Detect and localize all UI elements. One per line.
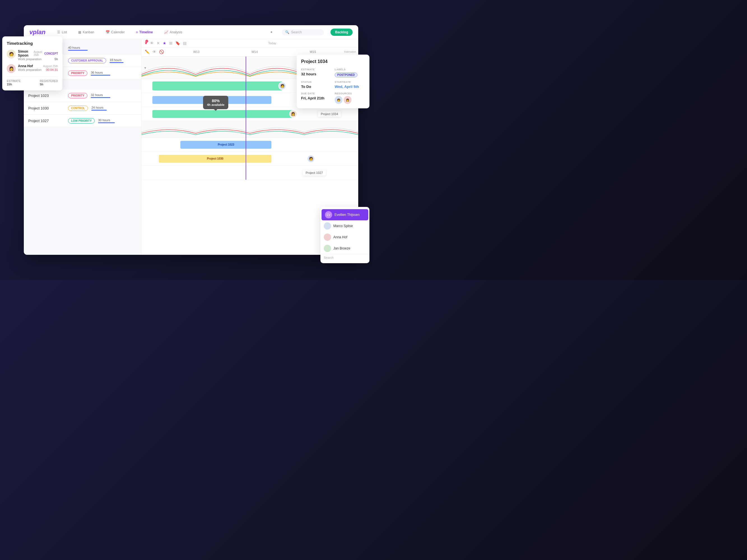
heart-icon: ♥3 — [145, 41, 147, 45]
resource-search-area: Search — [320, 254, 369, 261]
tag-customer-approval: CUSTOMER APPROVAL — [68, 58, 106, 63]
avatar-anna: 👩 — [7, 64, 16, 73]
popup-duedate-section: DUE DATE Fri, April 21th — [301, 92, 331, 104]
resource-item-evellien[interactable]: EV Evellien Thijssen — [321, 209, 368, 220]
timetracking-title: Timetracking — [7, 41, 58, 46]
popup-estimate-label: ESTIMATE — [301, 68, 331, 71]
project-row-1027[interactable]: Project 1027 LOW PRIORITY 30 hours — [24, 115, 141, 127]
avatar-marco — [324, 222, 331, 230]
avatar-anna-res — [324, 234, 331, 241]
tt-hours-simon: 5h — [55, 57, 58, 61]
resource-item-jan[interactable]: Jan Broeze — [320, 243, 369, 254]
tt-person-anna: 👩 Anna Hof August 25th Work preparation … — [7, 64, 58, 73]
hours-1023: 32 hours — [91, 93, 113, 98]
gantt-row-1030: Project 1030 🧑 — [141, 152, 358, 166]
hours-1027: 30 hours — [98, 118, 121, 123]
resource-item-marco[interactable]: Marco Spitse — [320, 220, 369, 232]
collapse-estimation-btn[interactable]: ▾ — [144, 65, 146, 70]
popup-project-title: Project 1034 — [301, 59, 365, 64]
popup-estimate-value: 32 hours — [301, 72, 331, 76]
nav-list[interactable]: ☰ List — [55, 29, 69, 35]
tooltip-percent: 80% — [207, 99, 224, 103]
nav-analysis[interactable]: 📈 Analysis — [162, 29, 185, 35]
layers-icon: ▤ — [183, 41, 186, 45]
gantt-bar-1030: Project 1030 — [159, 155, 272, 163]
week-w13: W13 — [167, 49, 226, 55]
resource-name-anna: Anna Hof — [333, 235, 347, 239]
nav-calender[interactable]: 📅 Calender — [103, 29, 127, 35]
tt-tag-concept: CONCEPT — [44, 52, 58, 55]
tt-date-anna: August 25th — [43, 65, 58, 68]
hours-bar-1029 — [109, 62, 124, 63]
timeline-secondary-header: ♥3 👁 ✕ ★ ⊞ 🔖 ▤ Today — [141, 39, 358, 47]
popup-postponed-tag: POSTPONED — [335, 73, 357, 77]
popup-resources-label: RESOURCES — [335, 92, 365, 95]
project-name-1027: Project 1027 — [28, 119, 65, 123]
resource-avatar-1: 🧑 — [335, 96, 342, 104]
hours-1036: 36 hours — [91, 71, 113, 76]
header-icons-group: ♥3 👁 ✕ ★ ⊞ 🔖 ▤ — [145, 41, 186, 45]
tag-priority-1036: PRIORITY — [68, 71, 87, 76]
resource-item-anna[interactable]: Anna Hof — [320, 232, 369, 243]
nav-kanban[interactable]: ▦ Kanban — [76, 29, 96, 35]
gantt-row-1027: Project 1027 — [141, 166, 358, 180]
resource-search-placeholder: Search — [324, 256, 334, 259]
project-row-1030[interactable]: Project 1030 CONTROL 24 hours — [24, 102, 141, 114]
popup-labels-label: LABELS — [335, 68, 365, 71]
view-icon[interactable]: 👁 — [152, 50, 156, 54]
edit-icon[interactable]: ✏️ — [145, 50, 150, 54]
hours-text-1036: 36 hours — [91, 71, 113, 74]
popup-status-label: STATUS — [301, 81, 331, 83]
nav-timeline[interactable]: ≡ Timeline — [134, 29, 155, 35]
popup-duedate-label: DUE DATE — [301, 92, 331, 95]
avatar-gantt-1030: 🧑 — [307, 155, 315, 163]
project-1034-gantt-label: Project 1034 — [318, 111, 341, 117]
list-icon: ☰ — [57, 30, 60, 34]
timeline-icon: ≡ — [136, 30, 138, 34]
popup-startdate-section: STARTDATE Wed, April 5th — [335, 81, 365, 89]
gantt-tooltip: 80% 4h available — [203, 96, 228, 109]
hours-text-1029: 18 hours — [109, 58, 132, 61]
hide-icon[interactable]: 🚫 — [159, 50, 164, 54]
project-row-1023[interactable]: Project 1023 PRIORITY 32 hours — [24, 89, 141, 102]
timeline-weeks: W13 W14 W15 — [167, 49, 342, 55]
tt-name-simon: Simon Spoon — [18, 50, 34, 57]
eye-icon: 👁 — [150, 41, 154, 45]
hours-text-40: 40 hours — [68, 46, 91, 49]
star-icon: ★ — [163, 41, 166, 45]
today-line — [246, 57, 246, 180]
timetracking-panel: Timetracking 🧑 Simon Spoon August 25th C… — [2, 36, 62, 90]
popup-status-section: STATUS To Do — [301, 81, 331, 89]
resource-name-marco: Marco Spitse — [333, 224, 353, 228]
search-icon: 🔍 — [285, 30, 289, 34]
hours-bar-1030 — [91, 110, 107, 111]
hours-bar-1027 — [98, 122, 115, 123]
gantt-bar-40h: 🧑 — [152, 81, 282, 90]
avatar-gantt-40: 🧑 — [278, 82, 286, 90]
project-name-1030: Project 1030 — [28, 106, 65, 110]
tag-priority-1023: PRIORITY — [68, 93, 87, 98]
analysis-icon: 📈 — [164, 30, 168, 34]
week-w15: W15 — [284, 49, 342, 55]
popup-grid: ESTIMATE 32 hours LABELS POSTPONED STATU… — [301, 68, 365, 104]
avatar-evellien: EV — [325, 211, 332, 218]
popup-status-value: To Do — [301, 85, 331, 89]
tt-task-anna: Work preparation — [18, 68, 42, 72]
tag-control-1030: CONTROL — [68, 106, 88, 111]
popup-estimate-section: ESTIMATE 32 hours — [301, 68, 331, 77]
backlog-button[interactable]: Backlog — [331, 29, 353, 36]
tt-name-anna: Anna Hof — [18, 64, 33, 68]
hours-bar-1023 — [91, 97, 110, 98]
tt-info-anna: Anna Hof August 25th Work preparation 00… — [18, 64, 58, 72]
estimation-label: Estimation — [342, 50, 358, 53]
hours-bar-40 — [68, 50, 88, 51]
tt-timer-anna: 00:04:31 — [46, 68, 58, 72]
gantt-bar-1023: Project 1023 — [180, 141, 272, 149]
tt-registered: REGISTERED 5h — [40, 80, 58, 86]
main-search-bar[interactable]: 🔍 Search — [282, 29, 324, 35]
tag-low-1027: LOW PRIORITY — [68, 118, 95, 124]
resource-avatar-2: 👩 — [344, 96, 352, 104]
hours-1030: 24 hours — [91, 106, 114, 111]
tooltip-available: 4h available — [207, 103, 224, 106]
grid-icon-btn[interactable]: ✦ — [268, 29, 275, 35]
